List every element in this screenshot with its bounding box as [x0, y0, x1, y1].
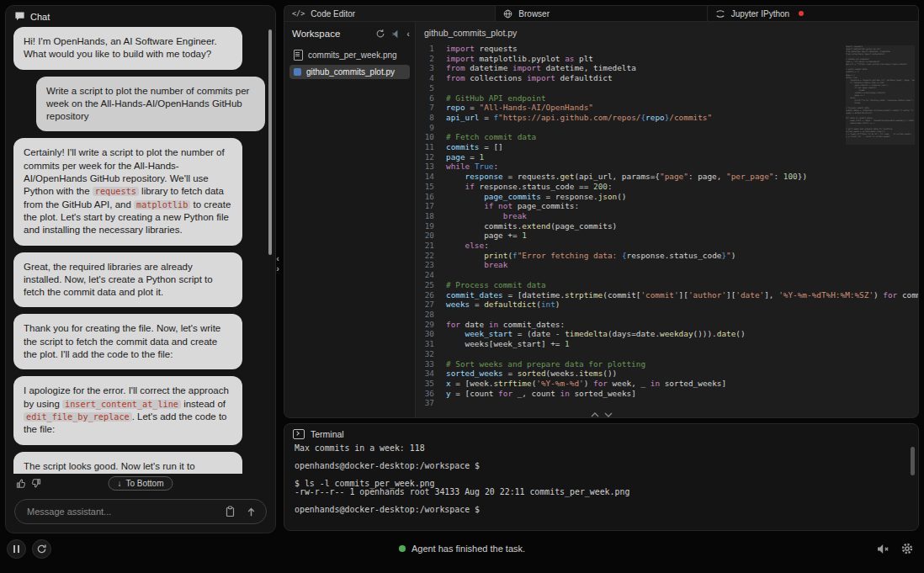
- down-arrow-icon: ↓: [117, 479, 121, 488]
- code-editor-panel: Workspace ‹ commits_per_week.png: [284, 22, 919, 418]
- thumbs-down-button[interactable]: [29, 476, 43, 491]
- vscode-icon[interactable]: [391, 29, 401, 39]
- code-line: 34sorted_weeks = sorted(weeks.items()): [416, 369, 918, 379]
- code-line: 15 if response.status_code == 200:: [416, 182, 918, 192]
- chat-feedback-row: ↓ To Bottom: [6, 474, 275, 492]
- chat-message-assistant: Thank you for creating the file. Now, le…: [13, 314, 242, 369]
- terminal-line: Max commits in a week: 118: [295, 444, 908, 453]
- code-line: 8api_url = f"https://api.github.com/repo…: [416, 113, 918, 123]
- minimap-viewport: [846, 45, 915, 145]
- code-line: 14 response = requests.get(api_url, para…: [416, 172, 918, 182]
- editor-minimap[interactable]: import requests import matplotlib.pyplot…: [846, 45, 915, 155]
- chat-icon: [14, 11, 25, 22]
- code-line: 32: [416, 349, 918, 359]
- inline-code: matplotlib: [134, 200, 190, 210]
- chat-input-row: [14, 499, 267, 524]
- tab-label: Jupyter IPython: [731, 9, 789, 19]
- terminal-panel: Terminal Max commits in a week: 118openh…: [284, 423, 919, 531]
- code-line: 12page = 1: [416, 152, 918, 162]
- code-line: 5: [416, 83, 918, 93]
- file-icon: [294, 50, 303, 61]
- code-line: 30 week_start = (date - timedelta(days=d…: [416, 329, 918, 339]
- chat-message-assistant: I apologize for the error. I'll correct …: [13, 376, 242, 444]
- code-line: 36y = [count for _, count in sorted_week…: [416, 389, 918, 399]
- chevron-down-icon: [604, 412, 613, 417]
- globe-icon: [503, 9, 512, 19]
- chat-message-assistant: The script looks good. Now let's run it …: [13, 452, 242, 474]
- right-column: </> Code Editor Browser Jupyter IPython …: [284, 5, 919, 531]
- editor-open-file-title: github_commits_plot.py: [416, 22, 918, 44]
- code-line: 2import matplotlib.pyplot as plt: [416, 54, 918, 64]
- code-line: 35x = [week.strftime('%Y-%m-%d') for wee…: [416, 379, 918, 389]
- code-line: 26commit_dates = [datetime.strptime(comm…: [416, 290, 918, 300]
- code-line: 9: [416, 123, 918, 133]
- chevron-left-icon: ‹: [276, 253, 279, 263]
- file-name: commits_per_week.png: [308, 50, 397, 60]
- editor-area: github_commits_plot.py 1import requests2…: [416, 22, 918, 417]
- code-icon: </>: [292, 9, 305, 18]
- tab-code-editor[interactable]: </> Code Editor: [284, 5, 495, 22]
- tab-browser[interactable]: Browser: [495, 5, 706, 22]
- tab-jupyter-ipython[interactable]: Jupyter IPython: [707, 5, 919, 22]
- chat-panel: Chat Hi! I'm OpenHands, an AI Software E…: [5, 5, 276, 533]
- code-line: 22 print(f"Error fetching data: {respons…: [416, 251, 918, 261]
- terminal-line: -rw-r--r-- 1 openhands root 34133 Aug 20…: [295, 488, 908, 496]
- panel-collapse-handle[interactable]: ‹ ›: [273, 253, 283, 273]
- to-bottom-label: To Bottom: [125, 479, 163, 488]
- code-line: 4from collections import defaultdict: [416, 73, 918, 83]
- refresh-icon[interactable]: [375, 29, 385, 39]
- file-item-python[interactable]: github_commits_plot.py: [289, 65, 410, 79]
- collapse-sidebar-icon[interactable]: ‹: [406, 29, 410, 38]
- terminal-scrollbar[interactable]: [911, 447, 915, 475]
- code-line: 1import requests: [416, 44, 918, 54]
- status-message: Agent has finished the task.: [412, 544, 525, 554]
- send-icon[interactable]: [244, 505, 258, 519]
- workspace-sidebar: Workspace ‹ commits_per_week.png: [284, 22, 416, 417]
- gear-icon[interactable]: [900, 542, 914, 555]
- chat-message-assistant: Hi! I'm OpenHands, an AI Software Engine…: [13, 27, 242, 70]
- code-line: 33# Sort weeks and prepare data for plot…: [416, 359, 918, 369]
- chevron-up-icon: [591, 412, 599, 417]
- code-line: 16 page_commits = response.json(): [416, 192, 918, 202]
- code-line: 23 break: [416, 260, 918, 270]
- code-line: 13while True:: [416, 162, 918, 172]
- file-list: commits_per_week.png github_commits_plot…: [289, 47, 410, 79]
- terminal-line: openhands@docker-desktop:/workspace $: [295, 462, 908, 470]
- clipboard-icon[interactable]: [223, 504, 237, 519]
- terminal-header: Terminal: [284, 424, 918, 442]
- code-line: 29for date in commit_dates:: [416, 320, 918, 330]
- status-dot: [399, 545, 406, 552]
- code-line: 20 page += 1: [416, 231, 918, 241]
- workspace-title: Workspace: [292, 29, 340, 39]
- chat-message-assistant: Great, the required libraries are alread…: [13, 252, 242, 308]
- terminal-output[interactable]: Max commits in a week: 118openhands@dock…: [284, 442, 918, 517]
- chat-message-assistant: Certainly! I'll write a script to plot t…: [13, 138, 242, 245]
- agent-status: Agent has finished the task.: [0, 544, 924, 554]
- jupyter-activity-badge: [799, 11, 804, 16]
- chat-title: Chat: [30, 12, 50, 22]
- code-line: 7repo = "All-Hands-AI/OpenHands": [416, 103, 918, 113]
- code-content[interactable]: 1import requests2import matplotlib.pyplo…: [416, 44, 918, 417]
- code-line: 27weeks = defaultdict(int): [416, 300, 918, 310]
- file-item-png[interactable]: commits_per_week.png: [289, 47, 410, 63]
- message-input[interactable]: [25, 506, 216, 517]
- code-line: 6# GitHub API endpoint: [416, 93, 918, 103]
- chat-message-list: Hi! I'm OpenHands, an AI Software Engine…: [6, 25, 275, 474]
- thumbs-up-button[interactable]: [14, 476, 29, 491]
- workspace-header: Workspace ‹: [289, 29, 410, 39]
- code-line: 17 if not page_commits:: [416, 201, 918, 211]
- chat-scrollbar[interactable]: [268, 29, 272, 255]
- mute-icon[interactable]: [876, 543, 889, 555]
- tab-bar: </> Code Editor Browser Jupyter IPython: [284, 5, 919, 22]
- tab-label: Code Editor: [311, 9, 355, 19]
- to-bottom-button[interactable]: ↓ To Bottom: [108, 476, 173, 491]
- jupyter-icon: [715, 9, 725, 19]
- terminal-line: openhands@docker-desktop:/workspace $: [295, 506, 908, 514]
- code-line: 10# Fetch commit data: [416, 132, 918, 142]
- terminal-resize-handle[interactable]: [591, 412, 613, 417]
- code-line: 24: [416, 270, 918, 280]
- code-line: 3from datetime import datetime, timedelt…: [416, 63, 918, 73]
- code-line: 21 else:: [416, 241, 918, 251]
- code-line: 37: [416, 398, 918, 408]
- code-line: 31 weeks[week_start] += 1: [416, 339, 918, 349]
